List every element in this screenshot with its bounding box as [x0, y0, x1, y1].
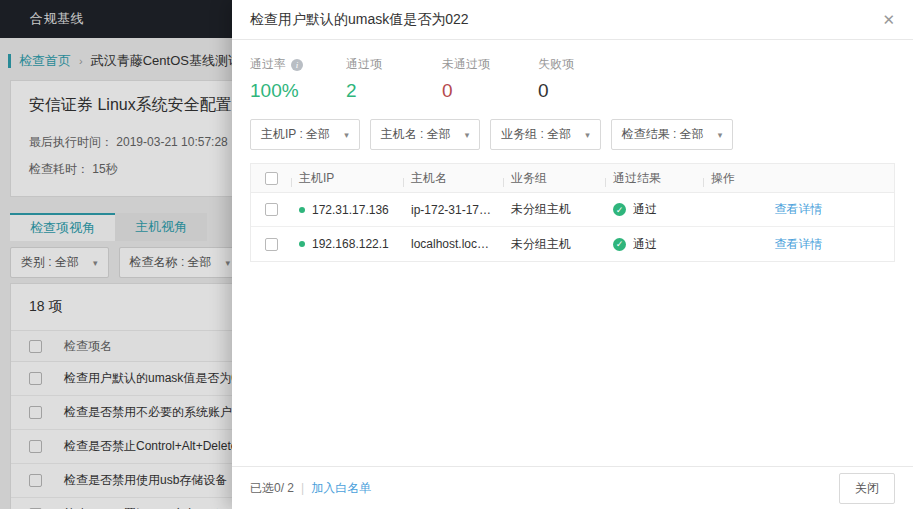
host-ip: 172.31.17.136 — [312, 203, 389, 217]
stat-passed: 通过项 2 — [346, 56, 442, 102]
header-action: 操作 — [703, 170, 894, 187]
host-name-filter-label: 主机名 : 全部 — [381, 126, 451, 143]
action-cell: 查看详情 — [703, 201, 894, 218]
chevron-down-icon: ▾ — [718, 130, 723, 140]
close-icon[interactable]: ✕ — [882, 12, 895, 27]
hostname: ip-172-31-17-136.cn-no... — [411, 203, 495, 217]
stat-pass-rate-value: 100% — [250, 80, 346, 102]
host-filter-bar: 主机IP : 全部 ▾ 主机名 : 全部 ▾ 业务组 : 全部 ▾ 检查结果 :… — [250, 119, 895, 150]
stat-failed-label: 未通过项 — [442, 56, 538, 73]
stat-label-text: 通过率 — [250, 56, 286, 73]
view-detail-link[interactable]: 查看详情 — [775, 236, 823, 253]
check-circle-icon: ✓ — [613, 203, 626, 216]
drawer-title: 检查用户默认的umask值是否为022 — [250, 11, 469, 29]
check-result-filter-label: 检查结果 : 全部 — [622, 126, 704, 143]
drawer-body: 通过率 i 100% 通过项 2 未通过项 0 失败项 0 — [232, 40, 913, 466]
stat-failed-value: 0 — [442, 80, 538, 102]
business-group-cell: 未分组主机 — [503, 201, 605, 218]
online-status-dot-icon — [299, 207, 305, 213]
row-checkbox-cell — [251, 238, 291, 251]
pass-result: 通过 — [633, 201, 657, 218]
hostname: localhost.localdomain — [411, 237, 495, 251]
chevron-down-icon: ▾ — [585, 130, 590, 140]
host-ip-filter-dropdown[interactable]: 主机IP : 全部 ▾ — [250, 119, 360, 150]
pass-result-cell: ✓ 通过 — [605, 236, 703, 253]
host-ip-cell: 192.168.122.1 — [291, 237, 403, 251]
header-hostname: 主机名 — [403, 170, 503, 187]
hostname-cell: ip-172-31-17-136.cn-no... — [403, 203, 503, 217]
row-checkbox-cell — [251, 203, 291, 216]
screen: 合规基线 检查首页 › 武汉青藤CentOS基线测试 安信证券 Linux系统安… — [0, 0, 913, 509]
header-checkbox-cell — [251, 172, 291, 185]
pass-result-cell: ✓ 通过 — [605, 201, 703, 218]
close-button[interactable]: 关闭 — [839, 473, 895, 504]
stat-passed-label: 通过项 — [346, 56, 442, 73]
chevron-down-icon: ▾ — [465, 130, 470, 140]
row-checkbox[interactable] — [265, 238, 278, 251]
divider: | — [301, 481, 304, 495]
business-group-filter-label: 业务组 : 全部 — [501, 126, 571, 143]
host-table-header: 主机IP 主机名 业务组 通过结果 操作 — [251, 164, 894, 193]
table-row: 172.31.17.136 ip-172-31-17-136.cn-no... … — [251, 193, 894, 227]
chevron-down-icon: ▾ — [344, 130, 349, 140]
header-pass-result: 通过结果 — [605, 170, 703, 187]
check-circle-icon: ✓ — [613, 238, 626, 251]
stat-failed: 未通过项 0 — [442, 56, 538, 102]
row-checkbox[interactable] — [265, 203, 278, 216]
stat-passed-value: 2 — [346, 80, 442, 102]
business-group-cell: 未分组主机 — [503, 236, 605, 253]
drawer-header: 检查用户默认的umask值是否为022 ✕ — [232, 0, 913, 40]
stat-pass-rate: 通过率 i 100% — [250, 56, 346, 102]
selected-count: 已选0/ 2 — [250, 480, 294, 497]
host-ip: 192.168.122.1 — [312, 237, 389, 251]
pass-result: 通过 — [633, 236, 657, 253]
stat-error-value: 0 — [538, 80, 634, 102]
info-icon[interactable]: i — [291, 59, 303, 71]
header-host-ip: 主机IP — [291, 170, 403, 187]
action-cell: 查看详情 — [703, 236, 894, 253]
host-ip-cell: 172.31.17.136 — [291, 203, 403, 217]
stat-error-label: 失败项 — [538, 56, 634, 73]
drawer-footer: 已选0/ 2 | 加入白名单 关闭 — [232, 466, 913, 509]
stat-error: 失败项 0 — [538, 56, 634, 102]
check-detail-drawer: 检查用户默认的umask值是否为022 ✕ 通过率 i 100% 通过项 2 未… — [232, 0, 913, 509]
host-ip-filter-label: 主机IP : 全部 — [261, 126, 330, 143]
host-table: 主机IP 主机名 业务组 通过结果 操作 172.31.17.136 i — [250, 163, 895, 262]
view-detail-link[interactable]: 查看详情 — [775, 201, 823, 218]
table-row: 192.168.122.1 localhost.localdomain 未分组主… — [251, 227, 894, 261]
business-group-filter-dropdown[interactable]: 业务组 : 全部 ▾ — [490, 119, 601, 150]
hostname-cell: localhost.localdomain — [403, 237, 503, 251]
selection-info: 已选0/ 2 | 加入白名单 — [250, 480, 371, 497]
stat-pass-rate-label: 通过率 i — [250, 56, 346, 73]
check-result-filter-dropdown[interactable]: 检查结果 : 全部 ▾ — [611, 119, 734, 150]
host-name-filter-dropdown[interactable]: 主机名 : 全部 ▾ — [370, 119, 481, 150]
stats-row: 通过率 i 100% 通过项 2 未通过项 0 失败项 0 — [250, 56, 895, 102]
add-whitelist-link[interactable]: 加入白名单 — [311, 480, 371, 497]
select-all-checkbox[interactable] — [265, 172, 278, 185]
header-business-group: 业务组 — [503, 170, 605, 187]
online-status-dot-icon — [299, 241, 305, 247]
